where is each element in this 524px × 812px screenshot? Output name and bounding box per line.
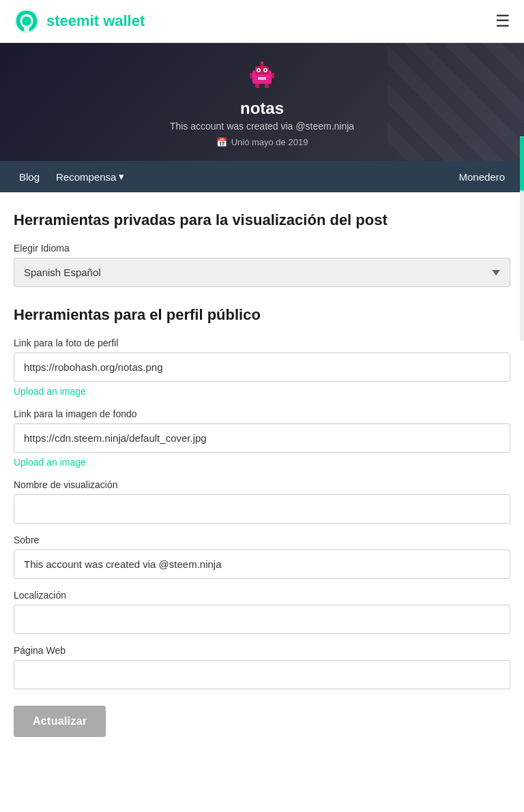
profile-avatar-icon [246,59,278,92]
dropdown-icon: ▾ [119,170,124,183]
calendar-icon: 📅 [216,137,227,147]
svg-point-10 [261,61,263,64]
steemit-logo-icon [14,8,40,34]
language-label: Elegir Idioma [14,243,510,254]
joined-date: Unió mayo de 2019 [231,137,308,147]
upload-image-link-1[interactable]: Upload an image [14,386,86,397]
scrollbar-thumb[interactable] [520,136,524,191]
website-label: Página Web [14,645,510,656]
background-image-label: Link para la imagen de fondo [14,408,510,419]
profile-username: notas [14,99,510,118]
public-tools-title: Herramientas para el perfil público [14,306,510,324]
about-input[interactable] [14,550,510,579]
display-name-input[interactable] [14,494,510,524]
about-label: Sobre [14,535,510,545]
svg-rect-14 [265,84,269,88]
recompensa-nav-link[interactable]: Recompensa ▾ [48,161,132,192]
public-tools-section: Herramientas para el perfil público Link… [14,306,510,737]
display-name-label: Nombre de visualización [14,479,510,490]
monedero-nav-link[interactable]: Monedero [450,162,513,192]
background-image-input[interactable] [14,423,510,453]
main-content: Herramientas privadas para la visualizac… [0,192,524,770]
scrollbar-track [520,136,524,341]
svg-rect-8 [258,77,266,80]
svg-point-7 [265,70,267,72]
location-label: Localización [14,590,510,601]
blog-nav-link[interactable]: Blog [11,162,48,192]
private-tools-section: Herramientas privadas para la visualizac… [14,211,510,287]
svg-rect-13 [255,84,259,88]
update-button[interactable]: Actualizar [14,706,106,737]
profile-joined: 📅 Unió mayo de 2019 [14,137,510,147]
svg-rect-11 [250,73,252,78]
logo-area: steemit wallet [14,8,145,34]
logo-text: steemit wallet [46,12,145,30]
svg-point-1 [22,16,31,25]
website-input[interactable] [14,660,510,689]
svg-rect-12 [272,73,274,78]
private-tools-title: Herramientas privadas para la visualizac… [14,211,510,229]
top-nav: steemit wallet ☰ [0,0,524,43]
profile-banner: notas This account was created via @stee… [0,43,524,161]
svg-point-6 [258,70,260,72]
location-input[interactable] [14,605,510,634]
profile-created-via: This account was created via @steem.ninj… [14,121,510,132]
language-select[interactable]: Spanish EspañolEnglishDeutschFrançaisPor… [14,258,510,287]
profile-photo-input[interactable] [14,352,510,382]
recompensa-label: Recompensa [56,171,116,183]
upload-image-link-2[interactable]: Upload an image [14,457,86,468]
hamburger-menu-button[interactable]: ☰ [495,12,510,31]
nav-bar: Blog Recompensa ▾ Monedero [0,161,524,192]
profile-photo-label: Link para la foto de perfil [14,337,510,348]
